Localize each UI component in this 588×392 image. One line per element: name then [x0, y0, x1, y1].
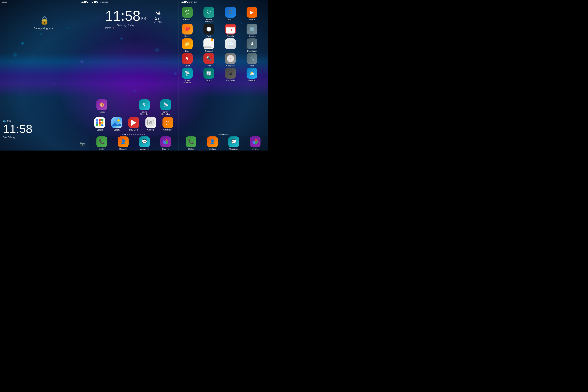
app-themes[interactable]: 🎨 Themes — [95, 99, 109, 115]
playstore-label: Play Store — [129, 129, 138, 131]
dock-chrome[interactable]: Chrome — [159, 136, 172, 150]
dot-6 — [133, 134, 134, 135]
clock-weather-divider — [150, 10, 150, 26]
soundrec-icon: 🎙 — [139, 99, 150, 110]
app-clock[interactable]: 🕐 Clock — [202, 24, 216, 38]
videos-label: Videos — [249, 18, 255, 20]
videos-icon: ▶ — [246, 7, 257, 18]
app-email[interactable]: ✉️ Email — [224, 38, 237, 52]
home-city: Patna 📍 — [105, 27, 146, 30]
app-compass[interactable]: N Compass — [224, 53, 237, 67]
settings-label: Settings — [248, 35, 256, 38]
mirror-icon: 🎙 — [182, 53, 193, 64]
home-time-status: 11:58 PM — [98, 1, 108, 4]
app-gallery[interactable]: Gallery — [110, 117, 124, 131]
dot-5 — [131, 134, 132, 135]
dialler-label: Dialler — [99, 148, 104, 150]
app-settings[interactable]: ⚙️ Settings — [245, 24, 259, 38]
app-smartctrl-home[interactable]: 📡 Smart Controller — [159, 99, 172, 115]
current-temp: 37° — [155, 16, 162, 21]
app-translator[interactable]: A字a 字 Translator — [180, 7, 194, 23]
screens-container: airtel 🔒 Recognising face... 👟 — [0, 0, 268, 150]
home-dock: 📞 Dialler 👤 Contacts 💬 Messaging — [89, 136, 178, 150]
lock-screen-panel: airtel 🔒 Recognising face... 👟 — [0, 0, 89, 150]
health-icon: ❤️ — [182, 24, 193, 34]
dot-1 — [122, 134, 124, 135]
smartctrl-home-label: Smart Controller — [159, 111, 172, 115]
dialler-icon: 📞 — [96, 136, 107, 147]
shoe-icon: 👟 — [3, 119, 6, 122]
app-camera[interactable]: Camera — [144, 117, 158, 131]
home-time-block: 11:58 PM Saturday, 5 May Patna 📍 — [105, 8, 146, 30]
apps-dot-3-active — [222, 134, 224, 135]
home-app-row-2: Google Gallery — [91, 117, 176, 131]
app-videos[interactable]: ▶ Videos — [245, 7, 259, 23]
app-downloads[interactable]: ⬇ Downloads — [245, 38, 259, 52]
apps-panel: 11:58 PM A字a 字 Translator 🛡 Phone Manage… — [178, 0, 268, 150]
themes-icon: 🎨 — [96, 99, 107, 110]
lock-time: 11:58 — [3, 123, 32, 135]
files-label: Files — [185, 50, 189, 52]
app-tools[interactable]: 🔧 Tools — [245, 53, 259, 67]
app-torch[interactable]: 🔦 Torch — [202, 53, 216, 67]
app-notepad[interactable]: Notepad — [202, 38, 216, 52]
dock-dialler[interactable]: 📞 Dialler — [95, 136, 109, 150]
step-count: 👟 503 — [3, 119, 32, 122]
apps-dock-dialler[interactable]: 📞 Dialler — [184, 136, 198, 150]
app-soundrec[interactable]: 🎙 Sound Recorder — [138, 99, 151, 115]
backup-icon: 🔄 — [204, 68, 214, 78]
dock-contacts[interactable]: 👤 Contacts — [116, 136, 130, 150]
apps-battery-icon — [184, 1, 187, 3]
apps-dock-chrome[interactable]: Chrome — [248, 136, 262, 150]
app-weather[interactable]: ⛅ Weather — [245, 68, 259, 84]
home-screen-panel: 11:58 PM 11:58 PM Saturday, 5 May Patna … — [89, 0, 178, 150]
dot-11 — [144, 134, 145, 135]
app-simtoolkit[interactable]: 📱 SIM Toolkit — [224, 68, 237, 84]
lock-carrier: airtel — [2, 1, 7, 4]
clock-label: Clock — [206, 35, 211, 38]
phonemanager-label: Phone Manager — [202, 18, 216, 23]
chrome-icon — [160, 136, 171, 147]
contacts-icon: 👤 — [118, 136, 128, 147]
app-calendar[interactable]: 31 Calendar — [224, 24, 237, 38]
music-icon: 🎵 — [225, 7, 236, 18]
signal-icon — [80, 1, 83, 3]
dot-3 — [126, 134, 128, 135]
notepad-label: Notepad — [205, 50, 213, 52]
apps-chrome-svg — [252, 139, 258, 144]
apps-signal-icon — [180, 1, 183, 3]
apps-dock-contacts[interactable]: 👤 Contacts — [206, 136, 219, 150]
calendar-label: Calendar — [226, 35, 234, 38]
app-phonemanager[interactable]: 🛡 Phone Manager — [202, 7, 216, 23]
home-date-display: Saturday, 5 May — [105, 24, 146, 27]
dock-messaging[interactable]: 💬 Messaging — [138, 136, 151, 150]
app-smartctrl-grid[interactable]: 📡 Smart Controller — [180, 68, 194, 84]
phonemanager-icon: 🛡 — [204, 7, 214, 18]
recognising-text: Recognising face... — [34, 27, 56, 30]
apps-dock-messaging[interactable]: 💬 Messaging — [227, 136, 241, 150]
settings-icon: ⚙️ — [246, 24, 257, 34]
apps-chrome-label: Chrome — [252, 148, 259, 150]
app-google[interactable]: Google — [93, 117, 106, 131]
google-label: Google — [97, 129, 103, 131]
app-backup[interactable]: 🔄 Backup — [202, 68, 216, 84]
app-mirror[interactable]: 🎙 Mirror — [180, 53, 194, 67]
home-ampm: PM — [141, 17, 146, 20]
translator-icon: A字a 字 — [182, 7, 193, 18]
translator-label: Translator — [183, 18, 192, 20]
clock-icon: 🕐 — [204, 24, 214, 34]
apps-time-status: 11:58 PM — [188, 1, 197, 4]
apps-chrome-icon — [250, 136, 260, 147]
location-icon: 📍 — [112, 27, 115, 30]
app-calculator[interactable]: + − × ÷ Calculator — [161, 117, 175, 131]
torch-icon: 🔦 — [204, 53, 214, 64]
camera-label: Camera — [147, 129, 154, 131]
camera-shortcut-icon[interactable]: 📷 — [80, 142, 85, 146]
camera-icon — [146, 117, 156, 128]
app-files[interactable]: 📁 Files — [180, 38, 194, 52]
app-health[interactable]: ❤️ Health — [180, 24, 194, 38]
app-playstore-home[interactable]: Play Store — [127, 117, 140, 131]
simtoolkit-icon: 📱 — [225, 68, 236, 78]
home-status-left-icons: 11:58 PM — [91, 1, 108, 4]
app-music[interactable]: 🎵 Music — [224, 7, 237, 23]
